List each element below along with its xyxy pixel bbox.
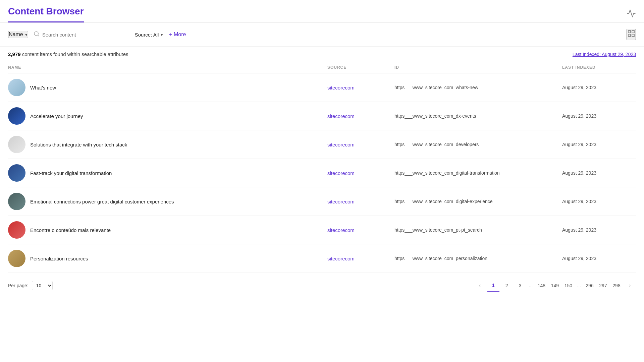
name-cell: What's new [8,79,327,96]
col-source-header: SOURCE [327,65,394,70]
name-cell: Accelerate your journey [8,107,327,125]
avatar [8,164,25,182]
stats-description: content items found within searchable at… [22,51,128,57]
page-nav: ‹123...148149150...296297298› [474,280,636,292]
date-cell: August 29, 2023 [562,142,636,147]
source-cell: sitecorecom [327,256,394,261]
page-button-2[interactable]: 2 [501,280,513,292]
svg-line-1 [38,35,39,36]
item-name: Personalization resources [30,256,88,261]
table-row: Personalization resources sitecorecom ht… [8,244,636,273]
name-chevron-icon: ▾ [25,32,28,37]
date-cell: August 29, 2023 [562,113,636,119]
page-dots: ... [576,283,582,288]
app-header: Content Browser [0,0,644,23]
item-name: Fast-track your digital transformation [30,170,112,176]
name-cell: Emotional connections power great digita… [8,193,327,210]
avatar [8,193,25,210]
content-table: NAME SOURCE ID LAST INDEXED What's new s… [0,62,644,273]
page-button-298[interactable]: 298 [610,280,623,292]
page-button-148[interactable]: 148 [535,280,547,292]
source-link[interactable]: sitecorecom [327,227,355,233]
id-cell: https___www_sitecore_com_pt-pt_search [394,227,562,233]
table-body: What's new sitecorecom https___www_sitec… [8,73,636,273]
page-button-149[interactable]: 149 [549,280,561,292]
search-input[interactable] [42,32,129,38]
item-name: Solutions that integrate with your tech … [30,142,127,147]
page-button-3[interactable]: 3 [514,280,526,292]
date-cell: August 29, 2023 [562,256,636,261]
grid-view-button[interactable] [627,29,636,40]
search-icon [34,31,40,39]
name-filter-label: Name [9,32,23,38]
page-button-150[interactable]: 150 [562,280,574,292]
item-name: Encontre o conteúdo mais relevante [30,227,111,233]
source-cell: sitecorecom [327,113,394,119]
avatar [8,250,25,267]
date-cell: August 29, 2023 [562,170,636,176]
avatar [8,136,25,153]
svg-rect-3 [632,31,634,33]
source-link[interactable]: sitecorecom [327,170,355,176]
next-page-button[interactable]: › [624,280,636,292]
toolbar: Name ▾ Source: All ▾ + More [0,23,644,47]
search-wrap [34,31,129,39]
col-lastindexed-header: LAST INDEXED [562,65,636,70]
source-filter-label: Source: All [135,32,159,38]
per-page-control: Per page: 10 25 50 100 [8,281,53,290]
avatar [8,221,25,239]
col-id-header: ID [394,65,562,70]
id-cell: https___www_sitecore_com_dx-events [394,113,562,119]
date-cell: August 29, 2023 [562,227,636,233]
source-cell: sitecorecom [327,227,394,233]
id-cell: https___www_sitecore_com_developers [394,142,562,147]
per-page-label: Per page: [8,283,29,288]
name-filter-button[interactable]: Name ▾ [8,31,28,38]
analytics-icon[interactable] [627,9,636,20]
plus-icon: + [168,31,172,38]
source-chevron-icon: ▾ [161,32,163,37]
table-row: What's new sitecorecom https___www_sitec… [8,73,636,102]
name-cell: Solutions that integrate with your tech … [8,136,327,153]
item-name: What's new [30,85,56,90]
page-button-296[interactable]: 296 [584,280,596,292]
stats-row: 2,979 content items found within searcha… [0,47,644,62]
source-filter-button[interactable]: Source: All ▾ [135,32,163,38]
item-count: 2,979 [8,51,21,57]
svg-rect-2 [628,31,631,33]
table-row: Solutions that integrate with your tech … [8,130,636,159]
table-row: Emotional connections power great digita… [8,187,636,216]
svg-rect-5 [632,34,634,37]
id-cell: https___www_sitecore_com_whats-new [394,85,562,90]
source-cell: sitecorecom [327,142,394,147]
name-cell: Encontre o conteúdo mais relevante [8,221,327,239]
source-link[interactable]: sitecorecom [327,85,355,90]
id-cell: https___www_sitecore_com_digital-experie… [394,199,562,204]
source-cell: sitecorecom [327,199,394,204]
date-cell: August 29, 2023 [562,85,636,90]
source-cell: sitecorecom [327,85,394,90]
source-link[interactable]: sitecorecom [327,256,355,261]
toolbar-right [627,29,636,40]
pagination: Per page: 10 25 50 100 ‹123...148149150.… [0,273,644,302]
prev-page-button[interactable]: ‹ [474,280,486,292]
source-link[interactable]: sitecorecom [327,142,355,147]
item-name: Emotional connections power great digita… [30,199,174,204]
more-label: More [174,32,186,38]
page-button-297[interactable]: 297 [597,280,609,292]
source-cell: sitecorecom [327,170,394,176]
date-cell: August 29, 2023 [562,199,636,204]
name-cell: Fast-track your digital transformation [8,164,327,182]
table-row: Encontre o conteúdo mais relevante sitec… [8,216,636,244]
last-indexed-link[interactable]: Last Indexed: August 29, 2023 [573,52,636,57]
source-link[interactable]: sitecorecom [327,113,355,119]
source-link[interactable]: sitecorecom [327,199,355,204]
page-button-1[interactable]: 1 [487,280,499,292]
avatar [8,107,25,125]
id-cell: https___www_sitecore_com_digital-transfo… [394,170,562,176]
more-button[interactable]: + More [168,31,186,38]
per-page-select[interactable]: 10 25 50 100 [32,281,53,290]
col-name-header: NAME [8,65,327,70]
avatar [8,79,25,96]
svg-rect-4 [628,34,631,37]
